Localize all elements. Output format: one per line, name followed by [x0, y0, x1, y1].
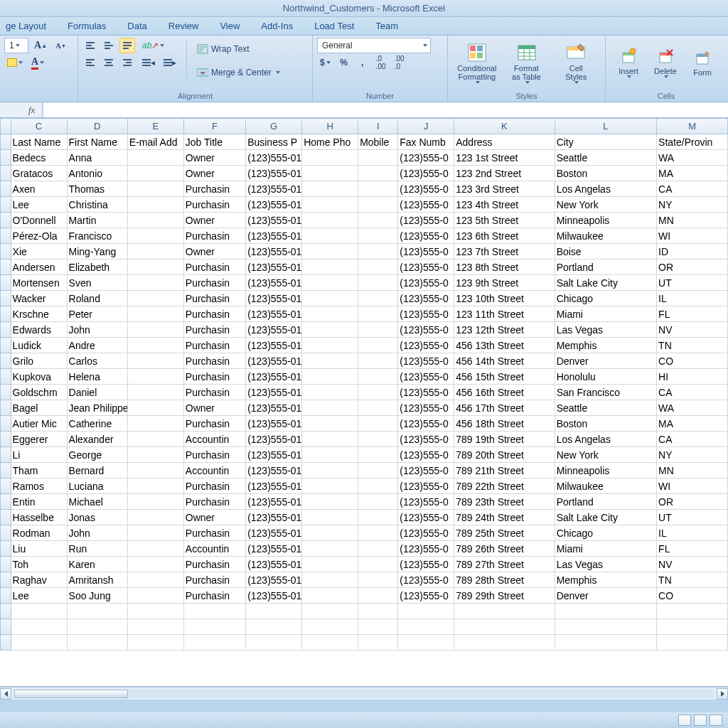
data-cell[interactable]: [127, 385, 183, 400]
row-header[interactable]: [1, 541, 11, 557]
data-cell[interactable]: Jean Philippe: [67, 400, 127, 416]
data-cell[interactable]: Accountin: [183, 541, 245, 557]
data-cell[interactable]: [127, 494, 183, 510]
data-cell[interactable]: Purchasin: [183, 291, 245, 306]
data-cell[interactable]: [358, 400, 398, 416]
data-cell[interactable]: Luciana: [67, 478, 127, 494]
data-cell[interactable]: [127, 447, 183, 463]
row-header[interactable]: [1, 510, 11, 525]
data-cell[interactable]: [358, 259, 398, 275]
data-cell[interactable]: Alexander: [67, 432, 127, 447]
ribbon-tab-load-test[interactable]: Load Test: [309, 18, 370, 34]
row-header[interactable]: [1, 134, 11, 150]
data-cell[interactable]: (123)555-0100: [246, 181, 302, 197]
data-cell[interactable]: 456 13th Street: [454, 338, 555, 353]
data-cell[interactable]: (123)555-0: [398, 228, 454, 244]
scroll-right-button[interactable]: [717, 688, 728, 700]
data-cell[interactable]: Purchasin: [183, 572, 245, 588]
data-cell[interactable]: Portland: [555, 494, 656, 510]
data-cell[interactable]: Owner: [183, 510, 245, 525]
data-cell[interactable]: [302, 197, 358, 213]
font-color-button[interactable]: A: [28, 55, 47, 70]
data-cell[interactable]: 789 24th Street: [454, 510, 555, 525]
data-cell[interactable]: [358, 213, 398, 228]
data-cell[interactable]: Purchasin: [183, 306, 245, 322]
data-cell[interactable]: (123)555-0100: [246, 259, 302, 275]
data-cell[interactable]: 456 18th Street: [454, 416, 555, 432]
row-header[interactable]: [1, 385, 11, 400]
data-cell[interactable]: [358, 572, 398, 588]
data-cell[interactable]: (123)555-0100: [246, 197, 302, 213]
increase-indent-icon[interactable]: ▸: [161, 55, 179, 70]
data-cell[interactable]: Boston: [555, 416, 656, 432]
align-right-icon[interactable]: [119, 55, 135, 70]
data-cell[interactable]: Chicago: [555, 291, 656, 306]
data-cell[interactable]: (123)555-0100: [246, 369, 302, 385]
data-cell[interactable]: [358, 150, 398, 166]
data-cell[interactable]: [398, 619, 454, 635]
data-cell[interactable]: (123)555-0100: [246, 478, 302, 494]
data-cell[interactable]: [127, 353, 183, 369]
column-header-C[interactable]: C: [11, 119, 67, 134]
data-cell[interactable]: [127, 244, 183, 259]
data-cell[interactable]: Purchasin: [183, 447, 245, 463]
data-cell[interactable]: Ramos: [11, 478, 67, 494]
data-cell[interactable]: [127, 166, 183, 181]
data-cell[interactable]: [127, 306, 183, 322]
data-cell[interactable]: [127, 213, 183, 228]
field-header-cell[interactable]: First Name: [67, 134, 127, 150]
data-cell[interactable]: [302, 400, 358, 416]
data-cell[interactable]: New York: [555, 197, 656, 213]
column-header-D[interactable]: D: [67, 119, 127, 134]
data-cell[interactable]: Kupkova: [11, 369, 67, 385]
data-cell[interactable]: CA: [657, 385, 728, 400]
data-cell[interactable]: 123 5th Street: [454, 213, 555, 228]
data-cell[interactable]: Boise: [555, 244, 656, 259]
data-cell[interactable]: Bagel: [11, 400, 67, 416]
row-header[interactable]: [1, 447, 11, 463]
data-cell[interactable]: Denver: [555, 588, 656, 604]
data-cell[interactable]: 789 28th Street: [454, 572, 555, 588]
data-cell[interactable]: Salt Lake City: [555, 510, 656, 525]
data-cell[interactable]: 123 3rd Street: [454, 181, 555, 197]
row-header[interactable]: [1, 432, 11, 447]
data-cell[interactable]: 123 4th Street: [454, 197, 555, 213]
row-header[interactable]: [1, 150, 11, 166]
data-cell[interactable]: [11, 604, 67, 619]
data-cell[interactable]: [127, 275, 183, 291]
data-cell[interactable]: [127, 400, 183, 416]
data-cell[interactable]: (123)555-0100: [246, 291, 302, 306]
data-cell[interactable]: [302, 416, 358, 432]
data-cell[interactable]: NV: [657, 557, 728, 572]
data-cell[interactable]: [302, 322, 358, 338]
data-cell[interactable]: [454, 619, 555, 635]
data-cell[interactable]: (123)555-0100: [246, 416, 302, 432]
data-cell[interactable]: Accountin: [183, 432, 245, 447]
data-cell[interactable]: Milwaukee: [555, 478, 656, 494]
data-cell[interactable]: WI: [657, 228, 728, 244]
data-cell[interactable]: [302, 463, 358, 478]
data-cell[interactable]: Las Vegas: [555, 322, 656, 338]
format-as-table-button[interactable]: Format as Table: [502, 38, 552, 89]
data-cell[interactable]: Miami: [555, 306, 656, 322]
row-header[interactable]: [1, 494, 11, 510]
data-cell[interactable]: MA: [657, 166, 728, 181]
row-header[interactable]: [1, 635, 11, 651]
data-cell[interactable]: (123)555-0: [398, 588, 454, 604]
data-cell[interactable]: (123)555-0: [398, 416, 454, 432]
ribbon-tab-review[interactable]: Review: [163, 18, 215, 34]
data-cell[interactable]: Amritansh: [67, 572, 127, 588]
data-cell[interactable]: FL: [657, 541, 728, 557]
data-cell[interactable]: 789 25th Street: [454, 525, 555, 541]
data-cell[interactable]: [358, 494, 398, 510]
data-cell[interactable]: Gratacos: [11, 166, 67, 181]
data-cell[interactable]: Purchasin: [183, 197, 245, 213]
data-cell[interactable]: (123)555-0100: [246, 244, 302, 259]
data-cell[interactable]: (123)555-0: [398, 572, 454, 588]
data-cell[interactable]: 456 14th Street: [454, 353, 555, 369]
data-cell[interactable]: [358, 353, 398, 369]
data-cell[interactable]: [358, 432, 398, 447]
field-header-cell[interactable]: State/Provin: [657, 134, 728, 150]
data-cell[interactable]: Miami: [555, 541, 656, 557]
row-header[interactable]: [1, 557, 11, 572]
